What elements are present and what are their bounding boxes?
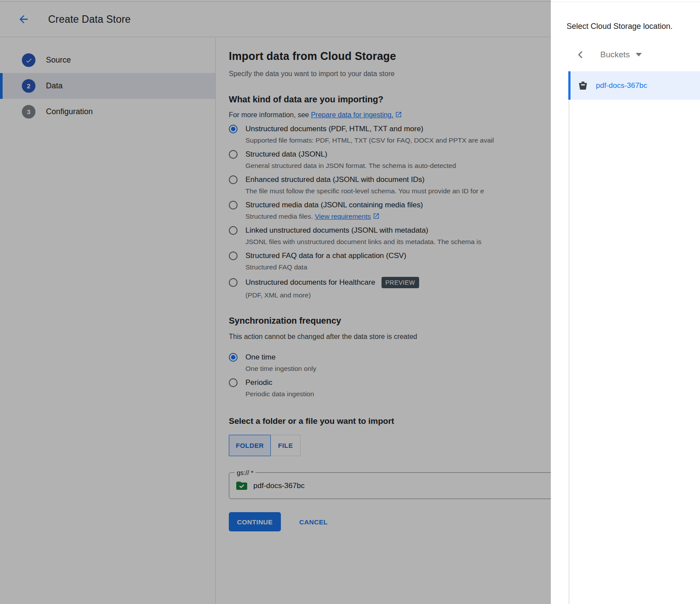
chevron-left-icon[interactable] (575, 49, 586, 60)
picker-title: Select Cloud Storage location. (567, 22, 672, 31)
picker-breadcrumb-nav: Buckets (575, 49, 642, 60)
buckets-dropdown[interactable]: Buckets (600, 50, 630, 59)
bucket-icon (578, 80, 588, 91)
list-guide-line (568, 71, 570, 604)
bucket-list-item-selected[interactable]: pdf-docs-367bc (568, 71, 700, 100)
bucket-name: pdf-docs-367bc (596, 81, 647, 90)
cloud-storage-picker-panel: Select Cloud Storage location. Buckets p… (551, 0, 700, 604)
dropdown-caret-icon[interactable] (636, 53, 642, 56)
